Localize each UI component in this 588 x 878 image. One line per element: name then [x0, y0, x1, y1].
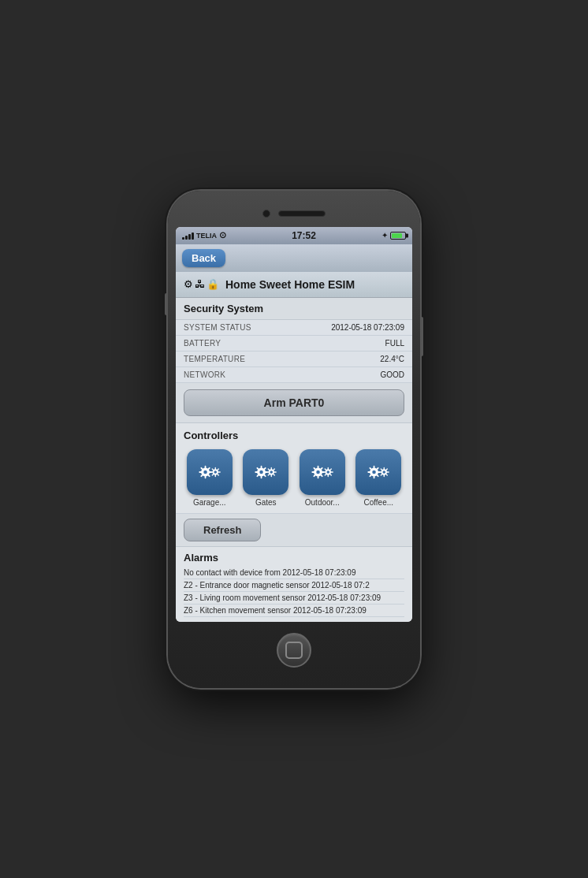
- status-label-battery: BATTERY: [184, 339, 221, 348]
- lock-icon: 🔒: [207, 278, 219, 290]
- alarms-section: Alarms No contact with device from 2012-…: [176, 547, 412, 622]
- carrier-label: TELIA: [196, 232, 217, 240]
- phone-bottom: [176, 622, 412, 674]
- clock: 17:52: [292, 230, 316, 241]
- status-label-network: NETWORK: [184, 370, 225, 379]
- controllers-header: Controllers: [184, 430, 404, 445]
- svg-point-4: [214, 471, 217, 474]
- controllers-grid: Garage... Gates: [184, 449, 404, 507]
- status-value-battery: FULL: [385, 339, 404, 348]
- alarm-item-2: Z3 - Living room movement sensor 2012-05…: [184, 592, 404, 605]
- controllers-section: Controllers Garage..: [176, 423, 412, 514]
- svg-point-14: [326, 471, 329, 474]
- alarm-item-1: Z2 - Entrance door magnetic sensor 2012-…: [184, 579, 404, 592]
- svg-point-6: [260, 470, 264, 474]
- wifi-icon: ⊙: [219, 230, 226, 240]
- security-system-section: Security System SYSTEM STATUS 2012-05-18…: [176, 298, 412, 383]
- security-section-header: Security System: [176, 298, 412, 320]
- battery-fill: [392, 233, 402, 238]
- controller-label-outdoor: Outdoor...: [305, 498, 340, 507]
- screen: TELIA ⊙ 17:52 ✦ Back ⚙ 🖧 🔒 Home Sweet Ho…: [176, 227, 412, 622]
- controller-label-garage: Garage...: [193, 498, 226, 507]
- svg-point-16: [373, 470, 377, 474]
- gears-icon-coffee: [363, 461, 394, 483]
- bluetooth-icon: ✦: [381, 231, 388, 240]
- status-left: TELIA ⊙: [182, 230, 226, 240]
- controller-coffee[interactable]: Coffee...: [353, 449, 405, 507]
- controller-garage[interactable]: Garage...: [184, 449, 236, 507]
- alarm-item-0: No contact with device from 2012-05-18 0…: [184, 567, 404, 579]
- controller-gates[interactable]: Gates: [240, 449, 292, 507]
- signal-icon: [182, 232, 194, 240]
- phone-frame: TELIA ⊙ 17:52 ✦ Back ⚙ 🖧 🔒 Home Sweet Ho…: [168, 191, 420, 688]
- arm-button[interactable]: Arm PART0: [184, 389, 404, 416]
- network-icon: 🖧: [195, 278, 205, 290]
- svg-point-19: [383, 471, 386, 474]
- side-button-right[interactable]: [420, 317, 423, 356]
- controller-label-gates: Gates: [255, 498, 277, 507]
- arm-section: Arm PART0: [176, 383, 412, 423]
- svg-point-9: [270, 471, 274, 474]
- phone-top: [176, 205, 412, 227]
- svg-point-11: [316, 470, 320, 474]
- status-row-system: SYSTEM STATUS 2012-05-18 07:23:09: [176, 320, 412, 336]
- status-value-system: 2012-05-18 07:23:09: [331, 323, 404, 332]
- refresh-section: Refresh: [176, 514, 412, 547]
- camera: [262, 210, 270, 218]
- gears-icon-outdoor: [307, 461, 338, 483]
- alarms-header: Alarms: [184, 552, 404, 564]
- status-right: ✦: [381, 231, 406, 240]
- device-header: ⚙ 🖧 🔒 Home Sweet Home ESIM: [176, 272, 412, 298]
- controller-icon-box-coffee: [355, 449, 401, 495]
- refresh-button[interactable]: Refresh: [184, 519, 261, 541]
- home-button[interactable]: [277, 633, 311, 668]
- status-label-system: SYSTEM STATUS: [184, 323, 251, 332]
- gears-icon-garage: [194, 461, 225, 483]
- device-title: Home Sweet Home ESIM: [225, 278, 355, 291]
- battery-icon: [390, 232, 406, 240]
- status-value-network: GOOD: [380, 370, 404, 379]
- status-value-temp: 22.4°C: [380, 355, 404, 363]
- status-row-temp: TEMPERATURE 22.4°C: [176, 352, 412, 367]
- status-table: SYSTEM STATUS 2012-05-18 07:23:09 BATTER…: [176, 320, 412, 383]
- speaker: [278, 210, 326, 217]
- status-label-temp: TEMPERATURE: [184, 355, 245, 363]
- controller-outdoor[interactable]: Outdoor...: [296, 449, 348, 507]
- controller-icon-box-gates: [243, 449, 288, 495]
- status-bar: TELIA ⊙ 17:52 ✦: [176, 227, 412, 244]
- device-icons: ⚙ 🖧 🔒: [184, 278, 219, 290]
- gears-icon-gates: [250, 461, 281, 483]
- back-button[interactable]: Back: [182, 249, 225, 267]
- gear-icon: ⚙: [184, 278, 193, 290]
- controller-label-coffee: Coffee...: [363, 498, 393, 507]
- svg-point-1: [203, 470, 207, 474]
- status-row-network: NETWORK GOOD: [176, 367, 412, 383]
- status-row-battery: BATTERY FULL: [176, 336, 412, 352]
- side-button-left[interactable]: [165, 293, 168, 315]
- alarm-item-3: Z6 - Kitchen movement sensor 2012-05-18 …: [184, 605, 404, 617]
- home-button-inner: [285, 642, 303, 659]
- alarms-list: No contact with device from 2012-05-18 0…: [184, 567, 404, 617]
- controller-icon-box-outdoor: [300, 449, 345, 495]
- controller-icon-box-garage: [187, 449, 233, 495]
- nav-bar: Back: [176, 244, 412, 272]
